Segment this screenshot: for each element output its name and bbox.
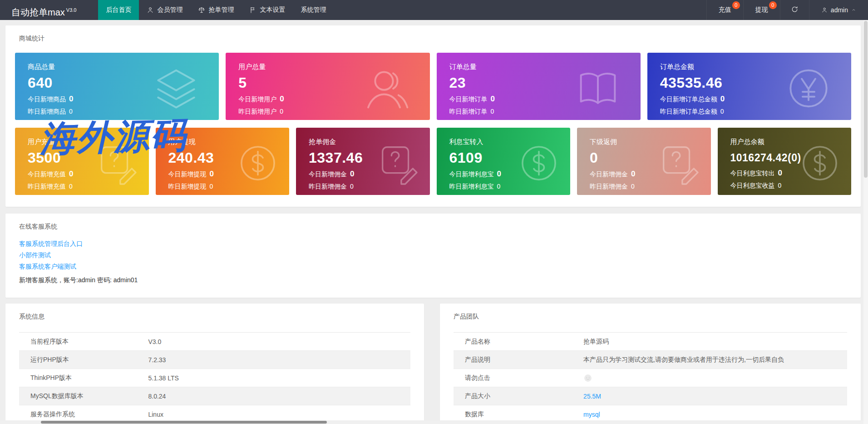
stat-card: 下级返佣0今日新增佣金0昨日新增佣金0 bbox=[577, 128, 711, 195]
stats-panel-title: 商城统计 bbox=[5, 25, 861, 43]
scales-icon bbox=[198, 6, 205, 14]
table-row: 请勿点击 bbox=[454, 369, 847, 387]
card-today-value: 0 bbox=[491, 95, 495, 104]
user-icon bbox=[147, 6, 154, 14]
nav-item-label: 系统管理 bbox=[301, 6, 326, 14]
card-today-label: 今日新增佣金 bbox=[590, 170, 628, 179]
stat-card: 利息宝转入6109今日新增利息宝0昨日新增利息宝0 bbox=[437, 128, 571, 195]
product-team-title: 产品团队 bbox=[440, 304, 861, 321]
row-label: 运行PHP版本 bbox=[19, 351, 148, 369]
app-logo-text: 自动抢单max bbox=[11, 7, 65, 17]
card-today-value: 0 bbox=[720, 95, 725, 104]
service-link-2[interactable]: 小部件测试 bbox=[19, 249, 847, 261]
product-team-table: 产品名称抢单源码产品说明本产品只为学习测试交流,请勿要做商业或者用于违法行为,一… bbox=[454, 332, 847, 424]
row-value-link[interactable]: mysql bbox=[583, 411, 600, 418]
card-yesterday-value: 0 bbox=[491, 108, 494, 115]
card-today-label: 今日新增提现 bbox=[168, 170, 207, 179]
cards-row-1: 商品总量640今日新增商品0昨日新增商品0用户总量5今日新增用户0昨日新增用户0… bbox=[15, 53, 851, 120]
card-today-label: 今日利息宝转出 bbox=[730, 170, 775, 178]
system-info-title: 系统信息 bbox=[5, 304, 424, 321]
nav-action-label: 提现 bbox=[755, 6, 768, 14]
vertical-scrollbar[interactable] bbox=[863, 20, 868, 424]
row-label: 产品大小 bbox=[454, 387, 583, 405]
card-today-label: 今日新增用户 bbox=[238, 95, 276, 104]
book-icon bbox=[572, 63, 623, 114]
card-yesterday-value: 0 bbox=[778, 182, 782, 189]
table-row: 当前程序版本V3.0 bbox=[19, 333, 410, 351]
card-yesterday-label: 昨日新增用户 bbox=[238, 108, 276, 116]
nav-right: 充值0提现0 admin bbox=[706, 0, 868, 20]
row-value: 抢单源码 bbox=[583, 333, 847, 351]
table-row: ThinkPHP版本5.1.38 LTS bbox=[19, 369, 410, 387]
table-row: 产品说明本产品只为学习测试交流,请勿要做商业或者用于违法行为,一切后果自负 bbox=[454, 351, 847, 369]
stat-card: 用户总余额1016274.42(0)今日利息宝转出0今日利息宝收益0 bbox=[718, 128, 852, 195]
card-yesterday-label: 昨日新增订单总金额 bbox=[660, 108, 717, 116]
nav-item-5[interactable]: 系统管理 bbox=[293, 0, 334, 20]
card-yesterday-value: 0 bbox=[210, 183, 213, 190]
horizontal-scrollbar[interactable] bbox=[0, 420, 863, 424]
nav-action-2[interactable]: 提现0 bbox=[743, 0, 780, 20]
row-value: 本产品只为学习测试交流,请勿要做商业或者用于违法行为,一切后果自负 bbox=[583, 351, 847, 369]
card-yesterday-label: 昨日新增利息宝 bbox=[449, 183, 494, 191]
card-yesterday-label: 今日利息宝收益 bbox=[730, 182, 775, 190]
card-today-label: 今日新增佣金 bbox=[309, 170, 347, 179]
card-today-label: 今日新增利息宝 bbox=[449, 170, 494, 179]
flag-icon bbox=[249, 6, 256, 14]
row-value-link[interactable]: 25.5M bbox=[583, 393, 601, 400]
notification-badge: 0 bbox=[769, 1, 777, 9]
dollar-circle-icon bbox=[235, 140, 281, 186]
nav-item-label: 文本设置 bbox=[260, 6, 285, 14]
user-menu[interactable]: admin bbox=[809, 0, 868, 20]
row-label: 请勿点击 bbox=[454, 369, 583, 387]
cards-row-2: 用户充值3500今日新增充值0昨日新增充值0用户提现240.43今日新增提现0昨… bbox=[15, 128, 851, 195]
card-yesterday-label: 昨日新增充值 bbox=[28, 183, 66, 191]
service-note: 新增客服系统，账号:admin 密码: admin01 bbox=[19, 276, 847, 284]
layers-icon bbox=[151, 63, 202, 114]
order-edit-icon bbox=[656, 140, 703, 186]
refresh-icon bbox=[791, 5, 799, 15]
emoji-icon[interactable] bbox=[583, 374, 592, 383]
card-today-label: 今日新增订单总金额 bbox=[660, 95, 717, 104]
nav-item-4[interactable]: 文本设置 bbox=[242, 0, 293, 20]
stats-panel: 商城统计 商品总量640今日新增商品0昨日新增商品0用户总量5今日新增用户0昨日… bbox=[5, 25, 861, 207]
table-row: 运行PHP版本7.2.33 bbox=[19, 351, 410, 369]
card-today-value: 0 bbox=[280, 95, 284, 104]
user-name: admin bbox=[831, 6, 848, 14]
table-row: 产品名称抢单源码 bbox=[454, 333, 847, 351]
nav-action-label: 充值 bbox=[719, 6, 731, 14]
stat-card: 用户提现240.43今日新增提现0昨日新增提现0 bbox=[156, 128, 290, 195]
service-link-1[interactable]: 客服系统管理后台入口 bbox=[19, 238, 847, 249]
dashboard-page: 自动抢单maxV3.0 后台首页会员管理抢单管理文本设置系统管理 充值0提现0 … bbox=[0, 0, 868, 424]
service-link-3[interactable]: 客服系统客户端测试 bbox=[19, 261, 847, 272]
refresh-button[interactable] bbox=[780, 0, 809, 20]
row-value: 8.0.24 bbox=[148, 387, 410, 405]
card-today-value: 0 bbox=[631, 170, 635, 179]
vertical-scrollbar-thumb[interactable] bbox=[864, 21, 868, 178]
nav-actions: 充值0提现0 bbox=[706, 0, 780, 20]
row-value: 5.1.38 LTS bbox=[148, 369, 410, 387]
horizontal-scrollbar-thumb[interactable] bbox=[41, 421, 327, 424]
nav-item-label: 后台首页 bbox=[106, 6, 131, 14]
row-label: 产品名称 bbox=[454, 333, 583, 351]
nav-item-1[interactable]: 后台首页 bbox=[98, 0, 139, 20]
row-label: MySQL数据库版本 bbox=[19, 387, 148, 405]
nav-item-3[interactable]: 抢单管理 bbox=[190, 0, 242, 20]
nav-item-2[interactable]: 会员管理 bbox=[139, 0, 190, 20]
card-yesterday-label: 昨日新增提现 bbox=[168, 183, 207, 191]
nav-action-1[interactable]: 充值0 bbox=[706, 0, 743, 20]
row-value bbox=[583, 369, 847, 387]
card-today-value: 0 bbox=[69, 170, 73, 179]
row-label: 产品说明 bbox=[454, 351, 583, 369]
card-today-value: 0 bbox=[778, 169, 782, 178]
card-yesterday-value: 0 bbox=[69, 183, 73, 190]
card-today-label: 今日新增充值 bbox=[28, 170, 66, 179]
service-links: 客服系统管理后台入口小部件测试客服系统客户端测试 bbox=[19, 238, 847, 272]
card-yesterday-value: 0 bbox=[631, 183, 635, 190]
card-today-value: 0 bbox=[210, 170, 214, 179]
card-yesterday-value: 0 bbox=[69, 108, 73, 115]
app-version: V3.0 bbox=[66, 7, 77, 13]
stat-card: 商品总量640今日新增商品0昨日新增商品0 bbox=[15, 53, 219, 120]
service-panel: 在线客服系统 客服系统管理后台入口小部件测试客服系统客户端测试 新增客服系统，账… bbox=[5, 214, 861, 298]
nav-item-label: 抢单管理 bbox=[208, 6, 234, 14]
dollar-circle-icon bbox=[797, 140, 843, 186]
